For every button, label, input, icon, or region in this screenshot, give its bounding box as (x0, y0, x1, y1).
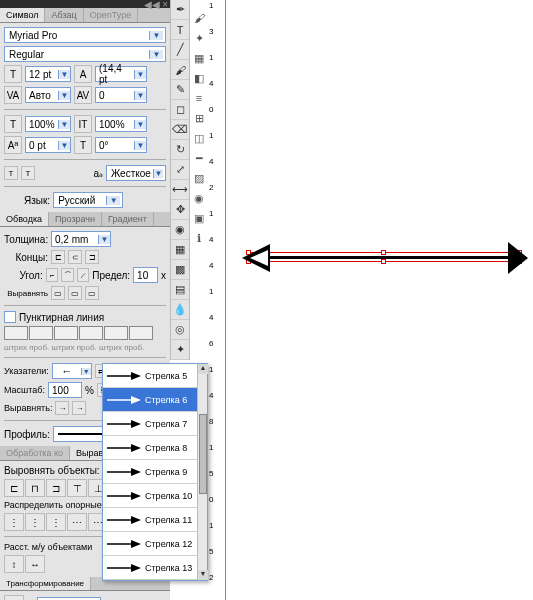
blend-tool-icon[interactable]: ◎ (171, 320, 189, 340)
dash-input[interactable] (54, 326, 78, 340)
rotate-tool-icon[interactable]: ↻ (171, 140, 189, 160)
space-h-icon[interactable]: ↔ (25, 555, 45, 573)
transparency-icon[interactable]: ▨ (190, 170, 208, 186)
align-outside-icon[interactable]: ▭ (85, 286, 99, 300)
arrow-list-item[interactable]: Стрелка 13 (103, 556, 207, 580)
scrollbar[interactable]: ▲ ▼ (197, 364, 207, 580)
gradient-tool-icon[interactable]: ▤ (171, 280, 189, 300)
dash-checkbox[interactable] (4, 311, 16, 323)
hscale-input[interactable]: 100% ▼ (25, 116, 71, 132)
join-round-icon[interactable]: ⌒ (61, 268, 74, 282)
gap-input[interactable] (129, 326, 153, 340)
collapse-icon[interactable]: ◀◀ (144, 0, 160, 10)
arrow-list-item[interactable]: Стрелка 11 (103, 508, 207, 532)
arrow-list-item[interactable]: Стрелка 7 (103, 412, 207, 436)
arrow-list-item[interactable]: Стрелка 9 (103, 460, 207, 484)
start-arrow-dropdown[interactable]: ← ▼ (52, 363, 92, 379)
font-size-input[interactable]: 12 pt ▼ (25, 66, 71, 82)
type-tool-icon[interactable]: T (171, 20, 189, 40)
tab-gradient[interactable]: Градиент (102, 212, 154, 226)
canvas[interactable] (226, 0, 533, 600)
tab-stroke[interactable]: Обводка (0, 212, 49, 226)
shape-tool-icon[interactable]: ◻ (171, 100, 189, 120)
join-miter-icon[interactable]: ⌐ (46, 268, 59, 282)
tab-transform[interactable]: Трансформирование (0, 577, 91, 590)
align-right-icon[interactable]: ⊐ (46, 479, 66, 497)
leading-input[interactable]: (14,4 pt ▼ (95, 66, 147, 82)
tab-process[interactable]: Обработка ко (0, 446, 70, 460)
align-top-icon[interactable]: ⊤ (67, 479, 87, 497)
cap-butt-icon[interactable]: ⊏ (51, 250, 65, 264)
gap-input[interactable] (79, 326, 103, 340)
arrow-list-item[interactable]: Стрелка 5 (103, 364, 207, 388)
eraser-tool-icon[interactable]: ⌫ (171, 120, 189, 140)
align-hcenter-icon[interactable]: ⊓ (25, 479, 45, 497)
symbols-icon[interactable]: ✦ (190, 30, 208, 46)
scroll-up-icon[interactable]: ▲ (198, 364, 208, 374)
align-left-icon[interactable]: ⊏ (4, 479, 24, 497)
symbol-tool-icon[interactable]: ✦ (171, 340, 189, 360)
brushes-icon[interactable]: 🖌 (190, 10, 208, 26)
font-style-dropdown[interactable]: Regular ▼ (4, 46, 166, 62)
tab-symbol[interactable]: Символ (0, 8, 45, 22)
align-inside-icon[interactable]: ▭ (68, 286, 82, 300)
stroke-icon[interactable]: ━ (190, 150, 208, 166)
align-center-icon[interactable]: ▭ (51, 286, 65, 300)
graphicstyles-icon[interactable]: ▣ (190, 210, 208, 226)
rotation-input[interactable]: 0° ▼ (95, 137, 147, 153)
pathfinder-icon[interactable]: ◫ (190, 130, 208, 146)
pencil-tool-icon[interactable]: ✎ (171, 80, 189, 100)
strikethrough-icon[interactable]: T (21, 166, 35, 180)
appearance-icon[interactable]: ◉ (190, 190, 208, 206)
color-icon[interactable]: ◧ (190, 70, 208, 86)
mesh-tool-icon[interactable]: ▩ (171, 260, 189, 280)
hinting-dropdown[interactable]: Жесткое ▼ (106, 165, 166, 181)
tab-transparency[interactable]: Прозрачн (49, 212, 102, 226)
dash-input[interactable] (104, 326, 128, 340)
cap-square-icon[interactable]: ⊐ (85, 250, 99, 264)
vscale-input[interactable]: 100% ▼ (95, 116, 147, 132)
eyedropper-icon[interactable]: 💧 (171, 300, 189, 320)
dist-4-icon[interactable]: ⋯ (67, 513, 87, 531)
dist-3-icon[interactable]: ⋮ (46, 513, 66, 531)
gap-input[interactable] (29, 326, 53, 340)
kerning-input[interactable]: Авто ▼ (25, 87, 71, 103)
limit-input[interactable]: 10 (133, 267, 158, 283)
align-arrow-1-icon[interactable]: → (55, 401, 69, 415)
underline-icon[interactable]: T (4, 166, 18, 180)
dist-1-icon[interactable]: ⋮ (4, 513, 24, 531)
join-bevel-icon[interactable]: ⟋ (77, 268, 90, 282)
align-arrow-2-icon[interactable]: → (72, 401, 86, 415)
swatches-icon[interactable]: ▦ (190, 50, 208, 66)
perspective-icon[interactable]: ▦ (171, 240, 189, 260)
reference-point-icon[interactable]: ⊞ (4, 595, 24, 600)
baseline-input[interactable]: 0 pt ▼ (25, 137, 71, 153)
selection-handle[interactable] (381, 259, 386, 264)
tab-opentype[interactable]: OpenType (84, 8, 139, 22)
tracking-input[interactable]: 0 ▼ (95, 87, 147, 103)
arrow-list-item[interactable]: Стрелка 10 (103, 484, 207, 508)
font-family-dropdown[interactable]: Myriad Pro ▼ (4, 27, 166, 43)
language-dropdown[interactable]: Русский ▼ (53, 192, 123, 208)
pen-tool-icon[interactable]: ✒ (171, 0, 189, 20)
space-v-icon[interactable]: ↕ (4, 555, 24, 573)
layers-icon[interactable]: ≡ (190, 90, 208, 106)
scale-tool-icon[interactable]: ⤢ (171, 160, 189, 180)
brush-tool-icon[interactable]: 🖌 (171, 60, 189, 80)
scroll-down-icon[interactable]: ▼ (198, 570, 208, 580)
dist-2-icon[interactable]: ⋮ (25, 513, 45, 531)
scale-input[interactable]: 100 (48, 382, 82, 398)
cap-round-icon[interactable]: ⊂ (68, 250, 82, 264)
shape-builder-icon[interactable]: ◉ (171, 220, 189, 240)
line-tool-icon[interactable]: ╱ (171, 40, 189, 60)
tab-paragraph[interactable]: Абзац (45, 8, 83, 22)
info-icon[interactable]: ℹ (190, 230, 208, 246)
free-transform-icon[interactable]: ✥ (171, 200, 189, 220)
selection-handle[interactable] (381, 250, 386, 255)
dash-input[interactable] (4, 326, 28, 340)
align-icon[interactable]: ⊞ (190, 110, 208, 126)
close-icon[interactable]: × (162, 0, 168, 10)
arrow-list-item[interactable]: Стрелка 8 (103, 436, 207, 460)
arrow-list-item[interactable]: Стрелка 6 (103, 388, 207, 412)
weight-input[interactable]: 0,2 mm ▼ (51, 231, 111, 247)
